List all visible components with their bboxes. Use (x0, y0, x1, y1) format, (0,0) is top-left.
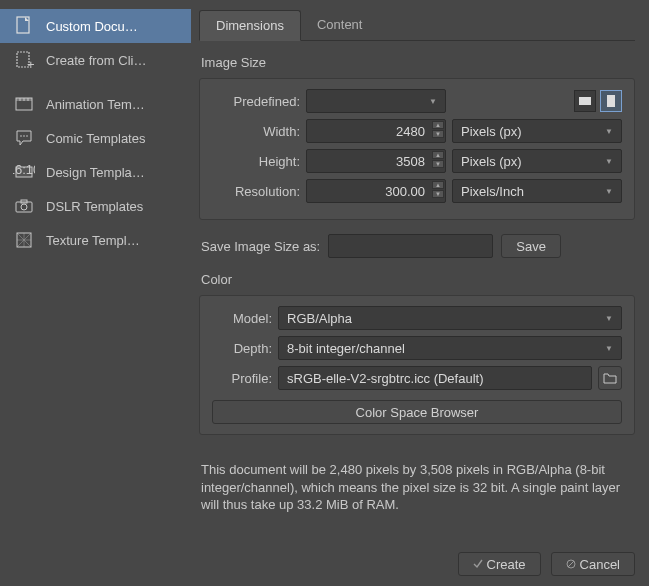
tab-dimensions[interactable]: Dimensions (199, 10, 301, 41)
model-dropdown[interactable]: RGB/Alpha▼ (278, 306, 622, 330)
sidebar-item-label: Comic Templates (46, 131, 145, 146)
predefined-dropdown[interactable]: ▼ (306, 89, 446, 113)
cancel-button[interactable]: Cancel (551, 552, 635, 576)
texture-icon (12, 228, 36, 252)
width-step-down[interactable]: ▼ (432, 130, 444, 138)
color-space-browser-button[interactable]: Color Space Browser (212, 400, 622, 424)
depth-dropdown[interactable]: 8-bit integer/channel▼ (278, 336, 622, 360)
orientation-portrait-button[interactable] (600, 90, 622, 112)
sidebar-item-create-from-clipboard[interactable]: + Create from Cli… (0, 43, 191, 77)
chevron-down-icon: ▼ (605, 157, 613, 166)
sidebar-item-label: Custom Docu… (46, 19, 138, 34)
svg-rect-17 (579, 97, 591, 105)
resolution-step-up[interactable]: ▲ (432, 181, 444, 189)
save-as-input[interactable] (328, 234, 493, 258)
ratio-icon: 16:10 (12, 160, 36, 184)
document-summary: This document will be 2,480 pixels by 3,… (201, 461, 633, 514)
chevron-down-icon: ▼ (605, 187, 613, 196)
svg-text:+: + (27, 57, 35, 71)
sidebar-item-label: Design Templa… (46, 165, 145, 180)
resolution-input[interactable] (306, 179, 446, 203)
sidebar-item-texture-templates[interactable]: Texture Templ… (0, 223, 191, 257)
sidebar-item-label: Texture Templ… (46, 233, 140, 248)
camera-icon (12, 194, 36, 218)
orientation-landscape-button[interactable] (574, 90, 596, 112)
color-title: Color (201, 272, 635, 287)
color-panel: Model: RGB/Alpha▼ Depth: 8-bit integer/c… (199, 295, 635, 435)
chevron-down-icon: ▼ (605, 344, 613, 353)
profile-label: Profile: (212, 371, 272, 386)
film-icon (12, 92, 36, 116)
height-input[interactable] (306, 149, 446, 173)
image-size-panel: Predefined: ▼ Width: ▲▼ Pixels (px)▼ Hei… (199, 78, 635, 220)
depth-label: Depth: (212, 341, 272, 356)
tabs: Dimensions Content (199, 10, 635, 41)
svg-point-10 (26, 135, 28, 137)
model-label: Model: (212, 311, 272, 326)
cancel-icon (566, 559, 576, 569)
sidebar: Custom Docu… + Create from Cli… Animatio… (0, 0, 191, 586)
chevron-down-icon: ▼ (429, 97, 437, 106)
sidebar-item-custom-document[interactable]: Custom Docu… (0, 9, 191, 43)
height-unit-dropdown[interactable]: Pixels (px)▼ (452, 149, 622, 173)
speech-bubble-icon (12, 126, 36, 150)
chevron-down-icon: ▼ (605, 127, 613, 136)
chevron-down-icon: ▼ (605, 314, 613, 323)
width-unit-dropdown[interactable]: Pixels (px)▼ (452, 119, 622, 143)
height-step-down[interactable]: ▼ (432, 160, 444, 168)
check-icon (473, 559, 483, 569)
tab-content[interactable]: Content (301, 10, 379, 40)
create-button[interactable]: Create (458, 552, 541, 576)
predefined-label: Predefined: (212, 94, 300, 109)
profile-dropdown[interactable]: sRGB-elle-V2-srgbtrc.icc (Default) (278, 366, 592, 390)
svg-text:16:10: 16:10 (13, 162, 35, 177)
width-label: Width: (212, 124, 300, 139)
main-panel: Dimensions Content Image Size Predefined… (191, 0, 649, 586)
profile-browse-button[interactable] (598, 366, 622, 390)
width-input[interactable] (306, 119, 446, 143)
svg-point-15 (21, 204, 27, 210)
folder-icon (603, 371, 617, 385)
sidebar-item-design-templates[interactable]: 16:10 Design Templa… (0, 155, 191, 189)
clipboard-icon: + (12, 48, 36, 72)
resolution-unit-dropdown[interactable]: Pixels/Inch▼ (452, 179, 622, 203)
image-size-title: Image Size (201, 55, 635, 70)
sidebar-item-animation-templates[interactable]: Animation Tem… (0, 87, 191, 121)
height-label: Height: (212, 154, 300, 169)
sidebar-item-dslr-templates[interactable]: DSLR Templates (0, 189, 191, 223)
height-step-up[interactable]: ▲ (432, 151, 444, 159)
svg-rect-18 (607, 95, 615, 107)
sidebar-item-label: Create from Cli… (46, 53, 146, 68)
svg-point-9 (23, 135, 25, 137)
sidebar-item-label: DSLR Templates (46, 199, 143, 214)
footer: Create Cancel (199, 552, 635, 576)
sidebar-item-label: Animation Tem… (46, 97, 145, 112)
resolution-label: Resolution: (212, 184, 300, 199)
svg-line-20 (568, 561, 574, 567)
save-as-label: Save Image Size as: (201, 239, 320, 254)
save-button[interactable]: Save (501, 234, 561, 258)
document-icon (12, 14, 36, 38)
sidebar-item-comic-templates[interactable]: Comic Templates (0, 121, 191, 155)
resolution-step-down[interactable]: ▼ (432, 190, 444, 198)
width-step-up[interactable]: ▲ (432, 121, 444, 129)
svg-point-8 (20, 135, 22, 137)
